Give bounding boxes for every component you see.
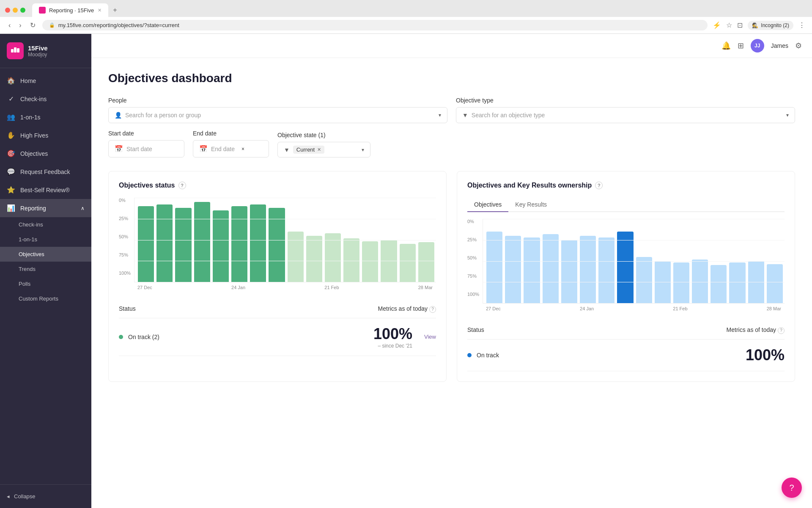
sidebar-item-custom-reports[interactable]: Custom Reports — [0, 291, 91, 306]
sidebar-item-1on1s[interactable]: 👥 1-on-1s — [0, 108, 91, 126]
people-filter-input[interactable]: 👤 Search for a person or group ▾ — [108, 107, 447, 123]
grid-icon[interactable]: ⊞ — [738, 41, 744, 50]
bar[interactable] — [175, 208, 191, 282]
top-bar: 🔔 ⊞ JJ James ⚙ — [91, 34, 812, 58]
ownership-bar[interactable] — [505, 236, 521, 303]
split-view-button[interactable]: ⊡ — [737, 21, 743, 29]
ownership-bar[interactable] — [524, 237, 540, 303]
objective-state-filter[interactable]: ▼ Current ✕ ▾ — [277, 142, 370, 157]
ownership-bar[interactable] — [655, 261, 671, 304]
bookmark-button[interactable]: ☆ — [726, 21, 732, 29]
sidebar-item-reporting-1on1s[interactable]: 1-on-1s — [0, 232, 91, 247]
ownership-x-labels: 27 Dec 24 Jan 21 Feb 28 Mar — [483, 304, 785, 311]
sidebar-item-checkins[interactable]: ✓ Check-ins — [0, 90, 91, 108]
bar[interactable] — [269, 208, 285, 282]
minimize-button[interactable] — [13, 8, 18, 13]
sidebar-item-objectives[interactable]: 🎯 Objectives — [0, 144, 91, 163]
collapse-label: Collapse — [14, 493, 36, 500]
ownership-bar[interactable] — [729, 262, 745, 303]
checkins-icon: ✓ — [7, 95, 15, 103]
bar[interactable] — [250, 204, 266, 282]
ownership-bar[interactable] — [767, 264, 783, 303]
ownership-bar[interactable] — [543, 234, 559, 303]
reload-button[interactable]: ↻ — [28, 19, 37, 31]
ownership-bar-chart: 100% 75% 50% 25% 0% — [467, 219, 785, 311]
right-metrics-info-icon[interactable]: ? — [778, 327, 785, 334]
ownership-bar[interactable] — [598, 237, 614, 303]
bar[interactable] — [381, 240, 397, 282]
ownership-bar[interactable] — [692, 260, 708, 303]
bar[interactable] — [306, 236, 322, 282]
metrics-info-icon[interactable]: ? — [429, 306, 436, 313]
sidebar-item-reporting-objectives[interactable]: Objectives — [0, 247, 91, 262]
right-status-header: Status Metrics as of today ? — [467, 321, 785, 340]
collapse-button[interactable]: ◂ Collapse — [7, 490, 85, 503]
end-date-input[interactable]: 📅 End date × — [193, 140, 269, 157]
bar[interactable] — [343, 238, 359, 282]
browser-chrome: Reporting · 15Five ✕ + ‹ › ↻ 🔒 my.15five… — [0, 0, 812, 34]
sidebar-item-reporting-checkins[interactable]: Check-ins — [0, 217, 91, 232]
filters-row-1: People 👤 Search for a person or group ▾ … — [108, 97, 795, 123]
polls-label: Polls — [19, 281, 30, 287]
best-self-review-icon: ⭐ — [7, 186, 15, 194]
bar[interactable] — [362, 241, 378, 282]
view-link[interactable]: View — [424, 334, 436, 340]
state-remove-button[interactable]: ✕ — [317, 147, 321, 152]
new-tab-button[interactable]: + — [110, 5, 120, 15]
bar[interactable] — [400, 244, 416, 282]
url-text: my.15five.com/reporting/objectives/?stat… — [58, 22, 179, 28]
ownership-y-labels: 100% 75% 50% 25% 0% — [467, 219, 481, 298]
bar[interactable] — [138, 206, 154, 282]
tab-close-button[interactable]: ✕ — [98, 8, 102, 13]
objectives-status-bar-chart: 100% 75% 50% 25% 0% — [119, 198, 436, 290]
right-status-bottom: Status Metrics as of today ? On track 10… — [467, 321, 785, 371]
bar[interactable] — [156, 204, 173, 282]
ownership-bar-highlight[interactable] — [617, 232, 633, 303]
bar[interactable] — [194, 202, 210, 282]
extensions-button[interactable]: ⚡ — [713, 21, 721, 29]
ownership-bar[interactable] — [636, 257, 652, 303]
ownership-bar[interactable] — [748, 261, 764, 304]
status-header: Status Metrics as of today ? — [119, 300, 436, 318]
ownership-bar[interactable] — [673, 262, 689, 303]
objectives-status-info-icon[interactable]: ? — [178, 182, 186, 189]
ownership-bar[interactable] — [486, 232, 502, 303]
bar[interactable] — [213, 210, 229, 282]
notifications-icon[interactable]: 🔔 — [721, 41, 731, 50]
ownership-info-icon[interactable]: ? — [595, 182, 603, 189]
home-icon: 🏠 — [7, 77, 15, 85]
close-button[interactable] — [5, 8, 10, 13]
ownership-bar[interactable] — [710, 265, 727, 303]
objective-type-filter-input[interactable]: ▼ Search for an objective type ▾ — [456, 107, 795, 123]
people-filter-chevron-icon: ▾ — [439, 112, 441, 118]
sidebar-item-best-self-review[interactable]: ⭐ Best-Self Review® — [0, 181, 91, 199]
bar[interactable] — [288, 232, 304, 282]
bar[interactable] — [418, 242, 434, 282]
ownership-bar[interactable] — [580, 236, 596, 303]
support-button[interactable]: ? — [782, 478, 802, 498]
settings-icon[interactable]: ⚙ — [795, 41, 802, 50]
sidebar-item-polls[interactable]: Polls — [0, 276, 91, 291]
sidebar-item-request-feedback[interactable]: 💬 Request Feedback — [0, 163, 91, 181]
ownership-bar[interactable] — [561, 240, 577, 303]
browser-tab[interactable]: Reporting · 15Five ✕ — [32, 3, 108, 17]
sidebar-item-home[interactable]: 🏠 Home — [0, 72, 91, 90]
bar[interactable] — [325, 233, 341, 282]
sidebar-item-reporting[interactable]: 📊 Reporting ∧ — [0, 199, 91, 217]
start-date-input[interactable]: 📅 Start date — [108, 140, 184, 157]
url-input[interactable]: 🔒 my.15five.com/reporting/objectives/?st… — [42, 20, 708, 30]
sidebar-item-trends[interactable]: Trends — [0, 262, 91, 276]
tab-objectives[interactable]: Objectives — [467, 198, 508, 212]
metric-sub: – since Dec '21 — [373, 343, 412, 349]
calendar-icon: 📅 — [115, 145, 123, 153]
ownership-title-text: Objectives and Key Results ownership — [467, 182, 592, 189]
back-button[interactable]: ‹ — [7, 20, 12, 31]
fullscreen-button[interactable] — [20, 8, 25, 13]
sidebar-item-high-fives[interactable]: ✋ High Fives — [0, 126, 91, 144]
menu-button[interactable]: ⋮ — [798, 21, 805, 29]
tab-key-results[interactable]: Key Results — [508, 198, 554, 212]
bar[interactable] — [231, 206, 247, 282]
1on1s-icon: 👥 — [7, 113, 15, 121]
forward-button[interactable]: › — [17, 20, 23, 31]
objective-type-filter-group: Objective type ▼ Search for an objective… — [456, 97, 795, 123]
